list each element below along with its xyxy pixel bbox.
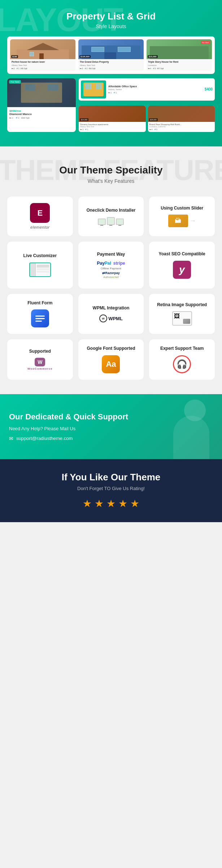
hero-title: Property List & Grid: [7, 11, 215, 22]
feature-gfont: Google Font Supported Aa: [78, 339, 144, 380]
grid1-loc: Albany, New York: [80, 125, 144, 128]
gfont-aa-text: Aa: [106, 360, 116, 369]
woo-commerce-text: WooCommerce: [27, 367, 53, 370]
wpml-circle-icon: W: [99, 314, 107, 322]
elementor-logo-icon: E: [30, 203, 50, 223]
gfont-icon-area: Aa: [102, 355, 120, 373]
star-5[interactable]: ★: [130, 498, 139, 510]
stars-row[interactable]: ★ ★ ★ ★ ★: [7, 498, 215, 510]
featured-sqft: 2000 Sqft: [21, 117, 30, 119]
woo-logo: W: [35, 358, 45, 366]
wpml-icon: W WPML: [99, 314, 123, 322]
retina-image-icon: 🖼: [174, 313, 180, 320]
feature-elementor: E elementor: [7, 197, 73, 236]
grid1-price-badge: $14,000: [80, 118, 88, 121]
support-icon-area: 🎧: [173, 355, 191, 373]
custom-slider-icon-area: 🏔 →: [168, 215, 196, 227]
support-content: Our Dedicated & Quick Support Need Any H…: [9, 412, 213, 441]
property-cards-row: $190 Perfect house for nature lover Alba…: [7, 36, 215, 74]
card2-title: The Grand Delux Property: [80, 61, 142, 63]
card2-price: $120,500: [79, 55, 91, 58]
support-email-row: ✉ support@radiustheme.com: [9, 436, 213, 441]
card2-loc: Albany, New York: [80, 64, 142, 66]
demo-installer-icon: [98, 217, 124, 225]
grid-card-2[interactable]: $28,000 Brand New Shopping Mall Build...…: [148, 106, 215, 132]
demo-installer-label: Oneclick Demo Installer: [86, 208, 135, 213]
card2-sqft: 456 Sqft: [89, 67, 96, 70]
property-second-row: For Rent $800/mo Diamond Manco 🛏 2 🚿 2 2…: [7, 78, 215, 132]
grid-card-1[interactable]: $14,000 Dreamy luxurious apartments Alba…: [79, 106, 146, 132]
rating-title: If You Like Our Theme: [7, 472, 215, 483]
paypal-stripe-row: PayPal stripe: [97, 261, 125, 266]
theme-section-subtitle: What's Key Features: [7, 178, 215, 184]
yoast-y-letter: y: [179, 264, 185, 276]
payment-icon-area: PayPal stripe Offline Payment ⇄Razorpay …: [97, 261, 125, 278]
mini1-loc: Astoria, Santos: [108, 88, 203, 91]
fluent-form-icon: [31, 309, 49, 327]
fluent-line-3: [35, 321, 42, 322]
star-2[interactable]: ★: [95, 498, 104, 510]
rating-section: If You Like Our Theme Don't Forget TO Gi…: [0, 459, 222, 522]
live-customizer-icon-area: [29, 263, 51, 277]
right-property-grid: Affordable Office Space Astoria, Santos …: [79, 78, 215, 132]
paypal-icon: PayPal: [97, 261, 111, 266]
card1-loc: Albany, New York: [12, 64, 74, 66]
yoast-label: Yoast SEO Compatible: [159, 251, 205, 257]
feature-yoast: Yoast SEO Compatible y: [149, 242, 215, 288]
featured-card[interactable]: For Rent $800/mo Diamond Manco 🛏 2 🚿 2 2…: [7, 78, 76, 132]
slider-icon: 🏔: [168, 215, 188, 227]
property-card-2[interactable]: $120,500 The Grand Delux Property Albany…: [78, 39, 144, 71]
support-desc: Need Any Help? Please Mail Us: [9, 426, 213, 431]
feature-wpml: WPML Integration W WPML: [78, 294, 144, 334]
grid2-price-badge: $28,000: [149, 118, 158, 121]
featured-beds: 🛏 2: [9, 117, 13, 119]
star-3[interactable]: ★: [106, 498, 116, 510]
star-4[interactable]: ★: [118, 498, 127, 510]
payment-label: Payment Way: [97, 252, 125, 257]
feature-demo-installer: Oneclick Demo Installer: [78, 197, 144, 236]
woo-icon-area: W WooCommerce: [27, 358, 53, 370]
feature-live-customizer: Live Customizer: [7, 242, 73, 288]
theme-section-title: Our Theme Speciality: [7, 164, 215, 176]
card2-baths: 🚿 2: [84, 67, 88, 70]
elementor-icon-area: E elementor: [30, 203, 50, 229]
support-email: support@radiustheme.com: [16, 436, 73, 441]
card1-baths: 🚿 1: [16, 67, 19, 70]
mini1-title: Affordable Office Space: [108, 85, 203, 88]
card3-beds: 🛏 4: [148, 67, 151, 70]
live-customizer-label: Live Customizer: [23, 253, 57, 259]
grid-row: $14,000 Dreamy luxurious apartments Alba…: [79, 106, 215, 132]
property-card-1[interactable]: $190 Perfect house for nature lover Alba…: [10, 39, 75, 71]
card2-beds: 🛏 3: [80, 67, 83, 70]
expert-support-icon: 🎧: [173, 355, 191, 373]
fluent-label: Fluent Form: [27, 300, 52, 306]
card1-price: $190: [11, 55, 18, 58]
hero-subtitle: Style Layouts: [7, 23, 215, 29]
offline-payment-text: Offline Payment: [101, 267, 121, 270]
featured-price: $800/mo: [9, 109, 74, 113]
property-card-3[interactable]: For Rent $15,000 Triple Story House for …: [147, 39, 212, 71]
yoast-icon: y: [173, 261, 191, 279]
mini-card-1[interactable]: Affordable Office Space Astoria, Santos …: [79, 78, 215, 101]
retina-small-img: [183, 319, 190, 324]
retina-label: Retina Image Supported: [157, 302, 207, 308]
featured-name: Diamond Manco: [9, 113, 74, 116]
woo-icon: W WooCommerce: [27, 358, 53, 370]
fluent-line-1: [35, 316, 45, 317]
elementor-text: elementor: [30, 225, 49, 229]
support-section: Our Dedicated & Quick Support Need Any H…: [0, 394, 222, 459]
gfont-label: Google Font Supported: [87, 346, 135, 352]
wpml-label: WPML Integration: [93, 305, 130, 311]
fluent-line-2: [35, 318, 45, 319]
feature-payment: Payment Way PayPal stripe Offline Paymen…: [78, 242, 144, 288]
card1-beds: 🛏 2: [12, 67, 15, 70]
star-1[interactable]: ★: [83, 498, 92, 510]
card3-sqft: 447 Sqft: [157, 67, 164, 70]
yoast-icon-area: y: [173, 261, 191, 279]
theme-section: THEME FEATURE Our Theme Speciality What'…: [0, 146, 222, 394]
demo-installer-icon-area: [98, 217, 124, 225]
google-font-icon: Aa: [102, 355, 120, 373]
card1-title: Perfect house for nature lover: [12, 61, 74, 63]
payment-icons: PayPal stripe Offline Payment ⇄Razorpay …: [97, 261, 125, 278]
woo-w-icon: W: [38, 359, 42, 365]
